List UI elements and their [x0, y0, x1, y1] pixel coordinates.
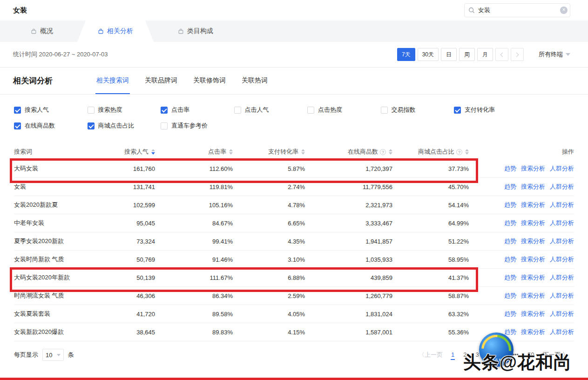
- range-button-4[interactable]: 月: [477, 48, 493, 61]
- action-link-0[interactable]: 趋势: [504, 310, 516, 318]
- filter-搜索热度[interactable]: 搜索热度: [88, 106, 161, 114]
- cell-keyword: 中老年女装: [14, 219, 88, 227]
- filter-商城点击占比[interactable]: 商城点击占比: [88, 122, 161, 130]
- tab-label: 相关分析: [107, 27, 133, 35]
- checkbox-icon[interactable]: [234, 107, 241, 114]
- range-button-3[interactable]: 周: [459, 48, 475, 61]
- action-link-0[interactable]: 趋势: [504, 237, 516, 245]
- filter-在线商品数[interactable]: 在线商品数: [14, 122, 88, 130]
- filter-点击人气[interactable]: 点击人气: [234, 106, 308, 114]
- section-tab-3[interactable]: 关联热词: [241, 68, 269, 94]
- page-number-2[interactable]: 2: [463, 350, 467, 360]
- column-header-5[interactable]: 商城点击占比?: [392, 148, 469, 156]
- column-header-2[interactable]: 点击率: [155, 148, 233, 156]
- page-number-50[interactable]: 50: [527, 350, 534, 360]
- page-size-select[interactable]: 10: [42, 349, 64, 361]
- action-link-0[interactable]: 趋势: [504, 164, 516, 173]
- action-link-2[interactable]: 人群分析: [550, 310, 574, 318]
- action-link-0[interactable]: 趋势: [504, 183, 516, 191]
- filter-直通车参考价[interactable]: 直通车参考价: [161, 122, 234, 130]
- range-prev-button[interactable]: [495, 48, 508, 61]
- sort-icon[interactable]: [151, 149, 155, 155]
- action-link-1[interactable]: 搜索分析: [521, 255, 545, 264]
- cell-click_rate: 84.67%: [155, 220, 233, 227]
- action-link-1[interactable]: 搜索分析: [521, 328, 545, 336]
- action-link-2[interactable]: 人群分析: [550, 255, 574, 264]
- search-box[interactable]: ×: [464, 3, 570, 17]
- checkbox-icon[interactable]: [161, 122, 168, 129]
- info-icon[interactable]: ?: [456, 149, 462, 155]
- checkbox-icon[interactable]: [381, 107, 388, 114]
- action-link-1[interactable]: 搜索分析: [521, 273, 545, 282]
- section-tab-2[interactable]: 关联修饰词: [192, 68, 227, 94]
- action-link-2[interactable]: 人群分析: [550, 273, 574, 282]
- tab-topnav-0[interactable]: 概况: [19, 20, 65, 42]
- column-header-3[interactable]: 支付转化率: [233, 148, 305, 156]
- section-tab-0[interactable]: 相关搜索词: [95, 68, 130, 94]
- action-link-1[interactable]: 搜索分析: [521, 292, 545, 300]
- info-icon[interactable]: ?: [380, 149, 386, 155]
- range-button-2[interactable]: 日: [441, 48, 457, 61]
- next-page-button[interactable]: 下一页 〉: [542, 351, 568, 359]
- action-link-1[interactable]: 搜索分析: [521, 164, 545, 173]
- column-header-1[interactable]: 搜索人气: [88, 148, 155, 156]
- range-next-button[interactable]: [511, 48, 524, 61]
- checkbox-checked-icon[interactable]: [88, 122, 95, 129]
- checkbox-icon[interactable]: [88, 107, 95, 114]
- action-link-1[interactable]: 搜索分析: [521, 183, 545, 191]
- page-number-3[interactable]: 3: [475, 350, 480, 360]
- filter-label: 交易指数: [392, 106, 416, 114]
- cell-online_products: 3,333,467: [305, 220, 392, 227]
- action-link-2[interactable]: 人群分析: [550, 328, 574, 336]
- action-link-1[interactable]: 搜索分析: [521, 237, 545, 245]
- action-link-2[interactable]: 人群分析: [550, 183, 574, 191]
- filter-交易指数[interactable]: 交易指数: [381, 106, 454, 114]
- action-link-2[interactable]: 人群分析: [550, 201, 574, 209]
- search-input[interactable]: [478, 7, 560, 14]
- checkbox-checked-icon[interactable]: [14, 107, 21, 114]
- sort-icon[interactable]: [389, 149, 392, 155]
- sort-icon[interactable]: [465, 149, 469, 155]
- action-link-0[interactable]: 趋势: [504, 292, 516, 300]
- action-link-1[interactable]: 搜索分析: [521, 310, 545, 318]
- action-link-0[interactable]: 趋势: [504, 219, 516, 227]
- checkbox-checked-icon[interactable]: [14, 122, 21, 129]
- column-header-4[interactable]: 在线商品数?: [305, 148, 392, 156]
- checkbox-checked-icon[interactable]: [454, 107, 461, 114]
- action-link-2[interactable]: 人群分析: [550, 164, 574, 173]
- stats-time-label: 统计时间 2020-06-27 ~ 2020-07-03: [13, 50, 108, 59]
- filter-支付转化率[interactable]: 支付转化率: [454, 106, 527, 114]
- cell-search_popularity: 73,324: [88, 238, 155, 245]
- cell-click_rate: 119.81%: [155, 183, 233, 190]
- clear-search-icon[interactable]: ×: [560, 7, 568, 14]
- action-link-0[interactable]: 趋势: [504, 328, 516, 336]
- action-link-0[interactable]: 趋势: [504, 255, 516, 264]
- range-button-0[interactable]: 7天: [397, 48, 415, 61]
- sort-icon[interactable]: [301, 149, 305, 155]
- filter-点击率[interactable]: 点击率: [161, 106, 234, 114]
- action-link-0[interactable]: 趋势: [504, 273, 516, 282]
- action-link-2[interactable]: 人群分析: [550, 219, 574, 227]
- filter-label: 搜索人气: [25, 106, 49, 114]
- page-number-1[interactable]: 1: [451, 350, 455, 360]
- page-number-4[interactable]: 4: [487, 350, 492, 360]
- action-link-2[interactable]: 人群分析: [550, 237, 574, 245]
- action-link-1[interactable]: 搜索分析: [521, 219, 545, 227]
- filter-搜索人气[interactable]: 搜索人气: [14, 106, 88, 114]
- filter-点击热度[interactable]: 点击热度: [307, 106, 381, 114]
- prev-page-button[interactable]: 〈上一页: [419, 351, 443, 359]
- action-link-1[interactable]: 搜索分析: [521, 201, 545, 209]
- sort-icon[interactable]: [229, 149, 233, 155]
- cell-mall_click_ratio: 41.37%: [392, 274, 469, 281]
- action-link-0[interactable]: 趋势: [504, 201, 516, 209]
- chevron-left-icon: [500, 52, 505, 57]
- section-tab-1[interactable]: 关联品牌词: [144, 68, 178, 94]
- range-button-1[interactable]: 30天: [418, 48, 439, 61]
- checkbox-icon[interactable]: [307, 107, 314, 114]
- action-link-2[interactable]: 人群分析: [550, 292, 574, 300]
- checkbox-checked-icon[interactable]: [161, 107, 168, 114]
- tab-topnav-2[interactable]: 类目构成: [166, 20, 225, 42]
- page-number-5[interactable]: 5: [500, 350, 504, 360]
- tab-topnav-1[interactable]: 相关分析: [77, 20, 154, 42]
- terminal-filter-dropdown[interactable]: 所有终端: [539, 50, 570, 59]
